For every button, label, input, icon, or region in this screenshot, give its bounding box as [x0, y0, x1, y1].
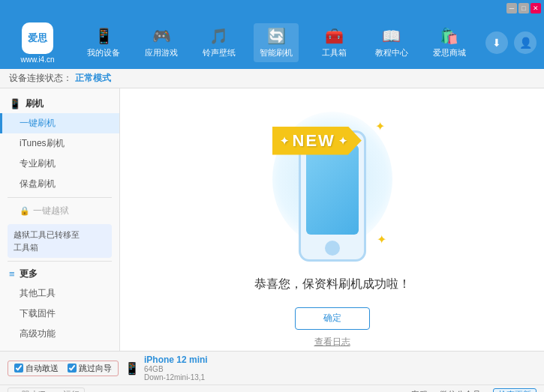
checkbox-skip-wizard[interactable]: 跳过向导: [68, 363, 112, 374]
status-mode: 正常模式: [75, 72, 111, 85]
nav-mall[interactable]: 🛍️ 爱思商城: [427, 23, 472, 62]
sidebar-item-one-click-flash[interactable]: 一键刷机: [0, 113, 119, 133]
title-bar: ─ □ ✕: [0, 0, 544, 16]
ringtone-label: 铃声壁纸: [203, 47, 236, 58]
user-button[interactable]: 👤: [514, 31, 536, 54]
logo-icon: 爱思: [22, 22, 53, 54]
device-info: iPhone 12 mini 64GB Down-12mini-13,1: [144, 355, 208, 382]
bottom-status-row: ▶ 阻止iTunes运行 V7.98.66 客服 微信公众号 检查更新: [0, 385, 544, 392]
device-section: 📱 iPhone 12 mini 64GB Down-12mini-13,1: [125, 355, 536, 382]
mall-label: 爱思商城: [433, 47, 466, 58]
jailbreak-section-label: 一键越狱: [33, 205, 69, 217]
phone-screen: [306, 145, 359, 235]
itunes-block-button[interactable]: ▶ 阻止iTunes运行: [8, 388, 85, 392]
phone-home: [325, 241, 340, 256]
nav-my-device[interactable]: 📱 我的设备: [81, 23, 126, 62]
auto-dismiss-label: 自动敢送: [26, 363, 59, 374]
sidebar-jailbreak-note: 越狱工具已转移至工具箱: [8, 224, 112, 258]
sidebar-item-other-tools[interactable]: 其他工具: [0, 283, 119, 304]
skip-wizard-checkbox[interactable]: [68, 364, 77, 373]
more-section-label: 更多: [20, 268, 38, 280]
header-right: ⬇ 👤: [485, 31, 536, 54]
check-update-label: 检查更新: [493, 388, 536, 392]
ribbon-text: NEW: [293, 131, 335, 151]
pro-flash-label: 专业刷机: [20, 157, 56, 170]
tutorial-icon: 📖: [382, 27, 401, 45]
full-bottom-bar: 自动敢送 跳过向导 📱 iPhone 12 mini 64GB Down-12m…: [0, 351, 544, 392]
sidebar-item-pro-flash[interactable]: 专业刷机: [0, 154, 119, 174]
apps-games-label: 应用游戏: [145, 47, 178, 58]
tutorial-label: 教程中心: [375, 47, 408, 58]
status-bar: 设备连接状态： 正常模式: [0, 69, 544, 88]
lock-icon: 🔒: [20, 206, 30, 216]
sparkle-bottom-right: ✦: [377, 232, 386, 247]
advanced-label: 高级功能: [20, 328, 56, 340]
device-storage: 64GB: [144, 365, 208, 373]
sidebar-item-save-flash[interactable]: 保盘刷机: [0, 174, 119, 194]
sidebar-item-download-firmware[interactable]: 下载固件: [0, 304, 119, 324]
logo-text: www.i4.cn: [20, 55, 54, 64]
sidebar-section-jailbreak: 🔒 一键越狱: [0, 201, 119, 221]
sidebar-divider-1: [8, 197, 112, 198]
nav-items: 📱 我的设备 🎮 应用游戏 🎵 铃声壁纸 🔄 智能刷机 🧰 工具箱 📖 教程中心…: [75, 23, 478, 62]
bottom-right-links: V7.98.66 客服 微信公众号 检查更新: [366, 389, 536, 392]
phone-illustration: ✦ NEW ✦ ✦ ✦: [272, 112, 392, 262]
customer-service-link[interactable]: 客服: [411, 389, 428, 392]
nav-smart-flash[interactable]: 🔄 智能刷机: [254, 23, 299, 62]
success-message: 恭喜您，保资料刷机成功啦！: [254, 277, 410, 292]
itunes-flash-label: iTunes刷机: [20, 137, 65, 150]
sidebar-item-advanced[interactable]: 高级功能: [0, 324, 119, 344]
itunes-block-label: 阻止iTunes运行: [22, 389, 80, 392]
sparkle-top-right: ✦: [375, 119, 385, 133]
smart-flash-label: 智能刷机: [260, 47, 293, 58]
download-button[interactable]: ⬇: [485, 31, 508, 54]
sidebar-item-itunes-flash[interactable]: iTunes刷机: [0, 133, 119, 154]
save-flash-label: 保盘刷机: [20, 178, 56, 190]
flash-section-label: 刷机: [26, 97, 44, 110]
flash-section-icon: 📱: [9, 98, 21, 109]
nav-toolbox[interactable]: 🧰 工具箱: [311, 23, 356, 62]
close-button[interactable]: ✕: [530, 3, 541, 13]
nav-ringtone[interactable]: 🎵 铃声壁纸: [197, 23, 242, 62]
my-device-icon: 📱: [95, 27, 113, 45]
check-update-link[interactable]: 检查更新: [493, 389, 536, 392]
one-click-flash-label: 一键刷机: [20, 117, 56, 130]
checkbox-auto-dismiss[interactable]: 自动敢送: [14, 363, 59, 374]
minimize-button[interactable]: ─: [506, 3, 517, 13]
device-icon: 📱: [125, 361, 140, 376]
mall-icon: 🛍️: [440, 27, 458, 45]
ringtone-icon: 🎵: [209, 27, 228, 45]
confirm-button[interactable]: 确定: [295, 307, 370, 330]
device-firmware: Down-12mini-13,1: [144, 373, 208, 382]
ribbon: ✦ NEW ✦: [272, 127, 362, 155]
goto-log-link[interactable]: 查看日志: [314, 336, 350, 349]
other-tools-label: 其他工具: [20, 287, 56, 300]
sidebar: 📱 刷机 一键刷机 iTunes刷机 专业刷机 保盘刷机 🔒 一键越狱 越狱工具…: [0, 88, 120, 371]
sidebar-divider-2: [8, 261, 112, 262]
nav-tutorial[interactable]: 📖 教程中心: [369, 23, 414, 62]
more-section-icon: ≡: [9, 268, 15, 280]
skip-wizard-label: 跳过向导: [79, 363, 112, 374]
smart-flash-icon: 🔄: [267, 27, 286, 45]
sidebar-section-more: ≡ 更多: [0, 265, 119, 283]
download-firmware-label: 下载固件: [20, 307, 56, 320]
restore-button[interactable]: □: [518, 3, 529, 13]
wechat-link[interactable]: 微信公众号: [440, 389, 481, 392]
toolbox-icon: 🧰: [325, 27, 344, 45]
content-area: ✦ NEW ✦ ✦ ✦ 恭喜您，保资料刷机成功啦！ 确定 查看日志: [120, 88, 544, 371]
auto-dismiss-checkbox[interactable]: [14, 364, 23, 373]
header: 爱思 www.i4.cn 📱 我的设备 🎮 应用游戏 🎵 铃声壁纸 🔄 智能刷机…: [0, 16, 544, 69]
status-label: 设备连接状态：: [9, 72, 72, 85]
nav-apps-games[interactable]: 🎮 应用游戏: [139, 23, 184, 62]
sidebar-section-flash: 📱 刷机: [0, 94, 119, 113]
bottom-device-row: 自动敢送 跳过向导 📱 iPhone 12 mini 64GB Down-12m…: [0, 352, 544, 385]
main-layout: 📱 刷机 一键刷机 iTunes刷机 专业刷机 保盘刷机 🔒 一键越狱 越狱工具…: [0, 88, 544, 371]
my-device-label: 我的设备: [87, 47, 120, 58]
apps-games-icon: 🎮: [152, 27, 171, 45]
toolbox-label: 工具箱: [322, 47, 347, 58]
device-name: iPhone 12 mini: [144, 355, 208, 365]
logo[interactable]: 爱思 www.i4.cn: [8, 22, 68, 64]
